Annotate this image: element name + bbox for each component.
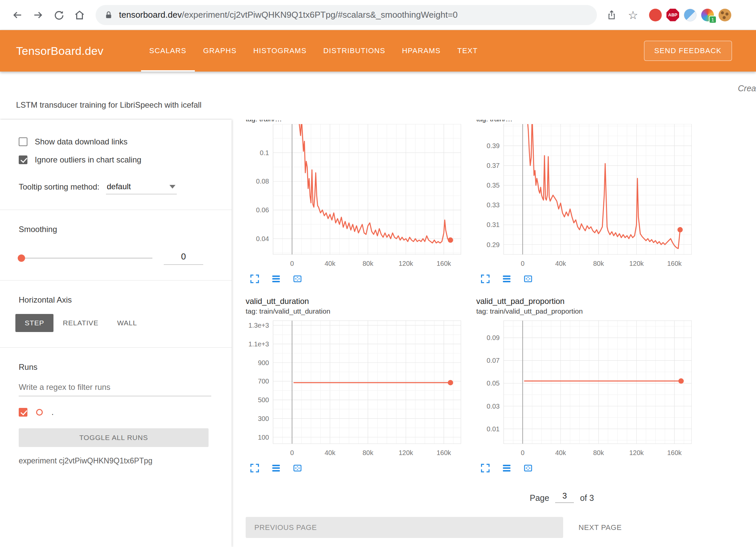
svg-text:0.39: 0.39 — [487, 142, 500, 149]
svg-text:40k: 40k — [325, 260, 336, 267]
runs-filter-input[interactable] — [19, 381, 211, 396]
svg-text:0.01: 0.01 — [487, 425, 500, 433]
address-bar[interactable]: tensorboard.dev/experiment/cj2vtPiwQHKN9… — [96, 5, 597, 25]
log-scale-icon[interactable] — [271, 274, 281, 284]
back-button[interactable] — [8, 6, 27, 24]
expand-chart-icon[interactable] — [480, 463, 490, 473]
url-host: tensorboard.dev — [119, 10, 182, 20]
line-chart[interactable]: 040k80k120k160k0.040.060.080.1 — [246, 124, 466, 270]
svg-text:0.06: 0.06 — [256, 206, 269, 214]
tab-text[interactable]: TEXT — [449, 30, 486, 72]
ignore-outliers-row[interactable]: Ignore outliers in chart scaling — [19, 155, 207, 165]
share-icon — [606, 10, 617, 20]
svg-text:160k: 160k — [667, 260, 682, 267]
tab-scalars[interactable]: SCALARS — [141, 30, 195, 72]
chart-card-clipped-1: tag: train/… 040k80k120k160k0.040.060.08… — [246, 120, 470, 284]
expand-chart-icon[interactable] — [480, 274, 490, 284]
lock-icon — [104, 11, 113, 19]
ignore-outliers-checkbox[interactable] — [19, 155, 27, 164]
svg-text:0: 0 — [290, 260, 294, 267]
svg-text:0.05: 0.05 — [487, 379, 500, 387]
expand-chart-icon[interactable] — [250, 274, 260, 284]
tab-hparams[interactable]: HPARAMS — [394, 30, 449, 72]
share-button[interactable] — [602, 6, 621, 24]
svg-text:160k: 160k — [667, 449, 682, 456]
adblock-extension-icon[interactable] — [649, 9, 662, 21]
run-list-item[interactable]: . — [19, 408, 207, 417]
page-of-label: of 3 — [580, 493, 594, 503]
svg-text:120k: 120k — [399, 260, 413, 267]
log-scale-icon[interactable] — [502, 274, 512, 284]
extension-badge: 1 — [709, 16, 717, 23]
svg-text:900: 900 — [258, 359, 269, 366]
tab-graphs[interactable]: GRAPHS — [195, 30, 245, 72]
forward-arrow-icon — [32, 9, 44, 21]
browser-toolbar: tensorboard.dev/experiment/cj2vtPiwQHKN9… — [0, 0, 756, 30]
next-page-button[interactable]: NEXT PAGE — [579, 523, 622, 532]
forward-button[interactable] — [29, 6, 47, 24]
svg-text:1.3e+3: 1.3e+3 — [248, 322, 269, 329]
sidebar-divider — [0, 280, 232, 281]
abp-extension-icon[interactable]: ABP — [666, 9, 679, 21]
svg-text:80k: 80k — [363, 449, 374, 456]
back-arrow-icon — [12, 9, 23, 21]
svg-text:0.03: 0.03 — [487, 403, 500, 410]
fit-domain-icon[interactable] — [523, 463, 533, 473]
toggle-all-runs-button[interactable]: TOGGLE ALL RUNS — [19, 428, 209, 447]
smoothing-slider[interactable] — [19, 258, 152, 258]
axis-wall-button[interactable]: WALL — [108, 314, 146, 332]
tooltip-sorting-value: default — [107, 182, 131, 191]
svg-text:160k: 160k — [436, 260, 451, 267]
svg-text:40k: 40k — [555, 260, 566, 267]
chart-title: valid_utt_pad_proportion — [476, 297, 700, 306]
cookie-extension-icon[interactable] — [719, 9, 731, 21]
svg-text:700: 700 — [258, 377, 269, 385]
smoothing-value-input[interactable]: 0 — [164, 251, 203, 265]
extensions-row: ABP 1 — [649, 9, 731, 21]
home-button[interactable] — [70, 6, 89, 24]
axis-relative-button[interactable]: RELATIVE — [53, 314, 108, 332]
experiment-id-label: experiment cj2vtPiwQHKN9Q1tx6PTpg — [19, 456, 207, 465]
horizontal-axis-label: Horizontal Axis — [19, 295, 207, 305]
sidebar-divider — [0, 347, 232, 348]
main-nav: SCALARS GRAPHS HISTOGRAMS DISTRIBUTIONS … — [141, 30, 486, 72]
log-scale-icon[interactable] — [502, 463, 512, 473]
page-label: Page — [530, 493, 549, 503]
show-download-links-label: Show data download links — [35, 137, 128, 146]
svg-text:0.31: 0.31 — [487, 221, 500, 228]
expand-chart-icon[interactable] — [250, 463, 260, 473]
clipped-tag: tag: train/… — [246, 120, 470, 124]
send-feedback-button[interactable]: SEND FEEDBACK — [644, 41, 732, 61]
tooltip-sorting-label: Tooltip sorting method: — [19, 182, 99, 194]
show-download-links-checkbox[interactable] — [19, 137, 27, 146]
svg-text:0: 0 — [521, 260, 524, 267]
run-checkbox[interactable] — [19, 408, 27, 417]
fit-domain-icon[interactable] — [292, 463, 302, 473]
tab-histograms[interactable]: HISTOGRAMS — [245, 30, 315, 72]
log-scale-icon[interactable] — [271, 463, 281, 473]
line-chart[interactable]: 040k80k120k160k0.010.030.050.070.09 — [476, 317, 697, 459]
show-download-links-row[interactable]: Show data download links — [19, 137, 207, 146]
run-name: . — [51, 408, 54, 417]
bookmark-button[interactable]: ☆ — [624, 6, 642, 24]
axis-step-button[interactable]: STEP — [15, 314, 53, 332]
tooltip-sorting-dropdown[interactable]: default — [106, 182, 177, 194]
tab-distributions[interactable]: DISTRIBUTIONS — [315, 30, 394, 72]
blue-extension-icon[interactable] — [684, 9, 697, 21]
page-number-input[interactable]: 3 — [555, 491, 574, 503]
chevron-down-icon — [169, 185, 175, 189]
fit-domain-icon[interactable] — [292, 274, 302, 284]
reload-button[interactable] — [49, 6, 68, 24]
fit-domain-icon[interactable] — [523, 274, 533, 284]
svg-text:40k: 40k — [325, 449, 336, 456]
svg-text:100: 100 — [258, 434, 269, 441]
line-chart[interactable]: 040k80k120k160k0.290.310.330.350.370.39 — [476, 124, 697, 270]
colorwheel-extension-icon[interactable]: 1 — [701, 9, 714, 21]
chart-tag: tag: train/valid_utt_duration — [246, 307, 470, 315]
svg-text:0.1: 0.1 — [260, 149, 269, 156]
previous-page-button[interactable]: PREVIOUS PAGE — [246, 517, 563, 538]
line-chart[interactable]: 040k80k120k160k1003005007009001.1e+31.3e… — [246, 317, 466, 459]
svg-text:120k: 120k — [399, 449, 413, 456]
smoothing-slider-thumb[interactable] — [18, 254, 25, 262]
svg-text:1.1e+3: 1.1e+3 — [248, 340, 269, 348]
